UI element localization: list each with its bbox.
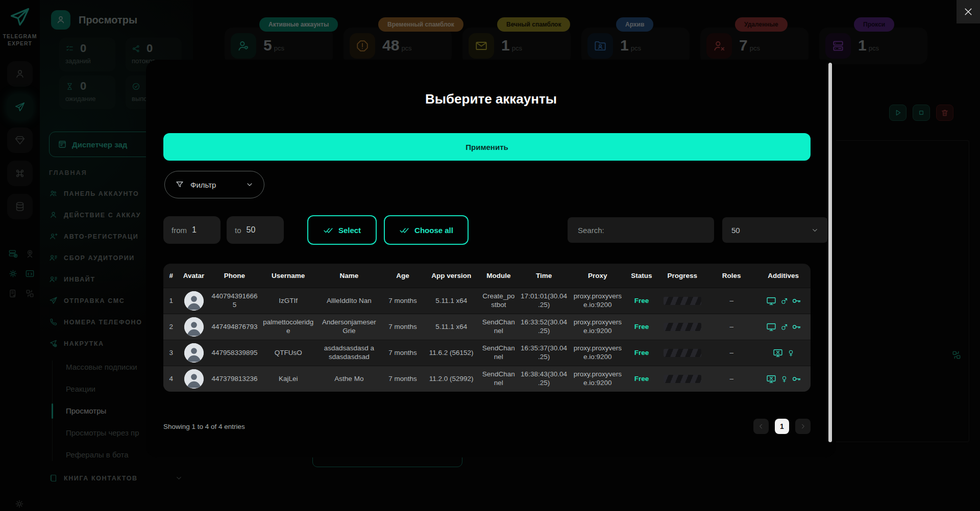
accounts-table: #AvatarPhoneUsernameNameAgeApp versionMo… [163, 264, 811, 392]
avatar [184, 317, 204, 337]
avatar [184, 343, 204, 363]
cell-roles: – [707, 288, 756, 314]
cell-additives [756, 314, 811, 340]
cell-avatar [179, 314, 208, 340]
cell-time: 17:01:01(30.04.25) [518, 288, 570, 314]
apply-button[interactable]: Применить [163, 133, 811, 161]
cell-avatar [179, 288, 208, 314]
filter-label: Фильтр [190, 181, 216, 189]
cell-proxy: proxy.proxyverse.io:9200 [570, 366, 625, 392]
current-page[interactable]: 1 [775, 419, 789, 434]
column-header: Username [260, 264, 316, 288]
from-input[interactable]: from 1 [163, 216, 220, 244]
key-icon [792, 374, 801, 384]
cell-proxy: proxy.proxyverse.io:9200 [570, 340, 625, 366]
male-icon [780, 323, 788, 331]
table-row[interactable]: 3447958339895QTFUsOasdadsasdasd a sdasda… [163, 340, 811, 366]
chevron-down-icon [811, 226, 819, 234]
cell-progress [658, 288, 707, 314]
controls-row: from 1 to 50 Select Choose all 50 [163, 215, 811, 245]
table-row[interactable]: 14407943916665IzGTIfAllleIddIto Nan7 mon… [163, 288, 811, 314]
chevron-right-icon [799, 423, 806, 430]
modal-scrollbar[interactable] [828, 63, 832, 442]
close-modal-button[interactable] [957, 0, 980, 23]
cell-age: 7 months [382, 340, 424, 366]
chevron-down-icon [246, 181, 254, 189]
cell-avatar [179, 340, 208, 366]
cell-app-version: 5.11.1 x64 [424, 314, 479, 340]
cell-module: Create_postbot [479, 288, 518, 314]
from-label: from [172, 226, 187, 235]
cell-phone: 447379813236 [209, 366, 260, 392]
cell-status: Free [625, 314, 657, 340]
cell-module: SendChannel [479, 340, 518, 366]
column-header: # [163, 264, 179, 288]
cell-phone: 447494876793 [209, 314, 260, 340]
monitor-icon [766, 296, 777, 306]
column-header: Time [518, 264, 570, 288]
column-header: Module [479, 264, 518, 288]
key-icon [792, 322, 801, 332]
cell-module: SendChannel [479, 314, 518, 340]
cell-additives [756, 366, 811, 392]
table-row[interactable]: 2447494876793palmettocoleridgeAndersonja… [163, 314, 811, 340]
cell-age: 7 months [382, 288, 424, 314]
funnel-icon [175, 180, 184, 189]
cell-name: asdadsasdasd a sdasdasdsad [316, 340, 382, 366]
search-input[interactable] [577, 225, 705, 235]
column-header: Phone [209, 264, 260, 288]
cell-time: 16:33:52(30.04.25) [518, 314, 570, 340]
cell-num: 2 [163, 314, 179, 340]
close-icon [963, 7, 973, 17]
cell-app-version: 11.2.0 (52992) [424, 366, 479, 392]
table-header-row: #AvatarPhoneUsernameNameAgeApp versionMo… [163, 264, 811, 288]
double-check-icon [399, 225, 409, 235]
select-label: Select [338, 226, 361, 235]
cell-phone: 447958339895 [209, 340, 260, 366]
cell-roles: – [707, 314, 756, 340]
cell-username: palmettocoleridge [260, 314, 316, 340]
cell-module: SendChannel [479, 366, 518, 392]
monitor-x-icon [766, 374, 777, 384]
cell-additives [756, 340, 811, 366]
column-header: Status [625, 264, 657, 288]
prev-page-button[interactable] [753, 419, 769, 434]
cell-progress [658, 340, 707, 366]
cell-num: 4 [163, 366, 179, 392]
column-header: Additives [756, 264, 811, 288]
cell-time: 16:38:43(30.04.25) [518, 366, 570, 392]
cell-roles: – [707, 340, 756, 366]
cell-age: 7 months [382, 314, 424, 340]
modal-title: Выберите аккаунты [146, 91, 836, 107]
cell-name: Andersonjameser Grie [316, 314, 382, 340]
next-page-button[interactable] [795, 419, 811, 434]
cell-num: 3 [163, 340, 179, 366]
filter-dropdown[interactable]: Фильтр [164, 171, 264, 198]
column-header: Name [316, 264, 382, 288]
to-input[interactable]: to 50 [227, 216, 284, 244]
table-row[interactable]: 4447379813236KajLeiAsthe Mo7 months11.2.… [163, 366, 811, 392]
column-header: Roles [707, 264, 756, 288]
column-header: Avatar [179, 264, 208, 288]
choose-all-button[interactable]: Choose all [384, 215, 469, 245]
select-button[interactable]: Select [307, 215, 377, 245]
column-header: Progress [658, 264, 707, 288]
cell-username: IzGTIf [260, 288, 316, 314]
male-icon [780, 297, 788, 305]
key-icon [792, 296, 801, 306]
cell-proxy: proxy.proxyverse.io:9200 [570, 288, 625, 314]
page-size-value: 50 [731, 226, 740, 235]
cell-additives [756, 288, 811, 314]
double-check-icon [323, 225, 333, 235]
cell-name: Asthe Mo [316, 366, 382, 392]
select-accounts-modal: Выберите аккаунты Применить Фильтр from … [146, 60, 836, 457]
avatar [184, 369, 204, 389]
progress-bar [664, 349, 701, 357]
page-size-select[interactable]: 50 [722, 217, 828, 243]
showing-entries-text: Showing 1 to 4 of 4 entries [163, 423, 245, 430]
female-icon [787, 349, 795, 357]
cell-app-version: 11.6.2 (56152) [424, 340, 479, 366]
cell-roles: – [707, 366, 756, 392]
column-header: Age [382, 264, 424, 288]
cell-status: Free [625, 288, 657, 314]
